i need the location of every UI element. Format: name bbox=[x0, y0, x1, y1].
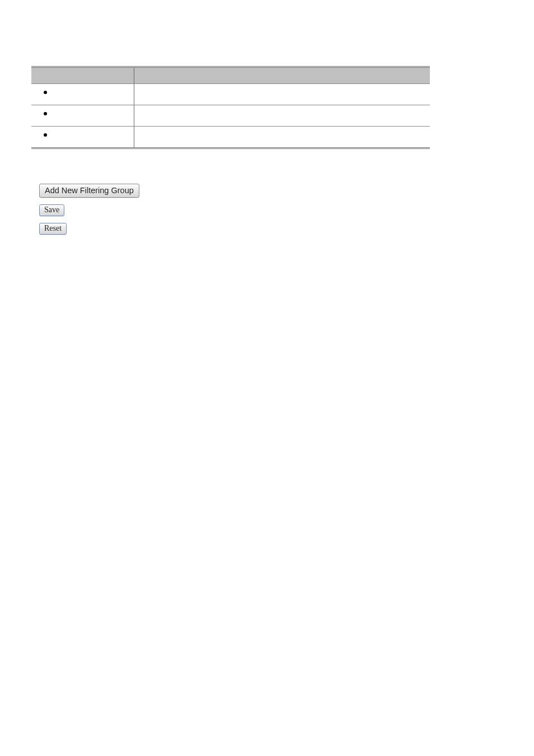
save-button[interactable]: Save bbox=[39, 204, 64, 216]
table-row bbox=[31, 126, 430, 147]
add-new-filtering-group-button[interactable]: Add New Filtering Group bbox=[39, 184, 139, 198]
table-cell-left bbox=[31, 127, 134, 147]
button-area: Add New Filtering Group Save Reset bbox=[39, 184, 534, 235]
table-cell-left bbox=[31, 84, 134, 105]
table-header-right bbox=[134, 68, 430, 83]
reset-button[interactable]: Reset bbox=[39, 223, 67, 235]
table-header-left bbox=[31, 68, 134, 83]
bullet-icon bbox=[44, 112, 47, 115]
bullet-icon bbox=[44, 133, 47, 137]
table-row bbox=[31, 83, 430, 105]
params-table bbox=[31, 66, 430, 149]
bullet-icon bbox=[44, 91, 47, 94]
table-row bbox=[31, 105, 430, 126]
table-cell-left bbox=[31, 105, 134, 126]
table-header-row bbox=[31, 68, 430, 83]
